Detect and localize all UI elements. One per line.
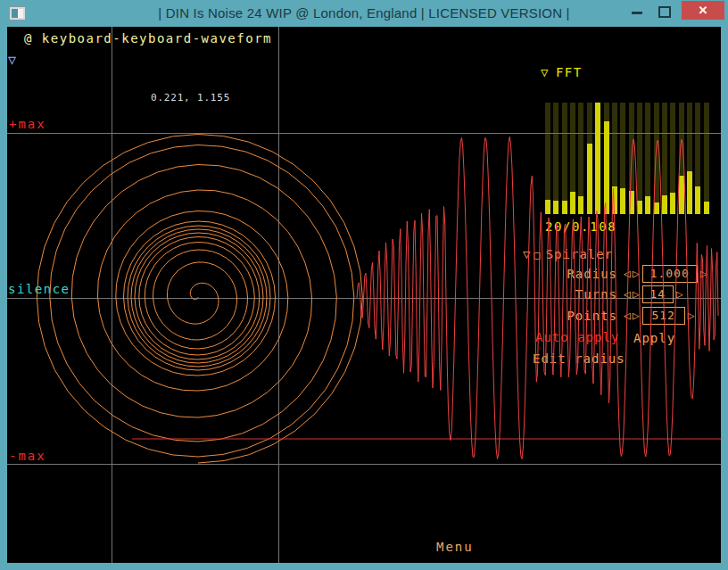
grid-line-vertical: [112, 27, 112, 563]
spiraler-panel-label: Spiraler: [546, 247, 613, 261]
fft-panel-label: FFT: [556, 65, 583, 79]
fft-bin-value: [662, 195, 667, 214]
increment-arrow-icon[interactable]: ▷: [700, 267, 707, 280]
collapse-triangle-icon: ▽: [541, 65, 550, 79]
maximize-button[interactable]: [651, 0, 676, 21]
fft-bin-value: [679, 176, 684, 214]
grid-line-vertical: [278, 27, 279, 563]
fft-bin-value: [645, 196, 650, 214]
fft-bin-value: [620, 188, 625, 214]
fft-bin-value: [637, 201, 642, 214]
apply-button[interactable]: Apply: [633, 331, 675, 345]
fft-bin-value: [595, 103, 600, 214]
main-canvas[interactable]: @ keyboard-keyboard-waveform ▽ 0.221, 1.…: [7, 27, 721, 563]
fft-display-bars: [545, 103, 709, 214]
increment-arrow-icon[interactable]: ▷: [633, 287, 640, 301]
fft-bin-value: [687, 171, 692, 214]
edit-radius-button[interactable]: Edit radius: [533, 351, 625, 366]
spiraler-points-row: Points ◁ ▷ 512 ▷: [517, 306, 695, 325]
fft-panel-toggle[interactable]: ▽FFT: [541, 65, 583, 79]
close-icon: ✕: [699, 4, 708, 17]
fft-bin-value: [704, 202, 709, 214]
fft-bin-value: [553, 201, 558, 214]
auto-apply-button[interactable]: Auto apply: [535, 330, 619, 344]
fft-bin-value: [562, 201, 567, 214]
fft-bin-value: [545, 200, 550, 214]
fft-bin-value: [604, 121, 609, 214]
decrement-arrow-icon[interactable]: ◁: [624, 309, 631, 322]
turns-label: Turns: [517, 287, 617, 302]
increment-arrow-icon[interactable]: ▷: [688, 309, 695, 322]
window-title: | DIN Is Noise 24 WIP @ London, England …: [0, 0, 728, 25]
decrement-arrow-icon[interactable]: ◁: [624, 267, 631, 280]
fft-bin-value: [629, 191, 634, 214]
pin-box-icon: □: [534, 249, 541, 261]
collapse-triangle-icon: ▽: [523, 247, 531, 261]
cursor-coordinates: 0.221, 1.155: [151, 92, 230, 103]
fft-bin-value: [670, 193, 675, 214]
silence-label: silence: [8, 282, 70, 296]
minimize-button[interactable]: [625, 0, 649, 21]
main-menu-triangle-icon[interactable]: ▽: [8, 52, 16, 68]
minus-max-label: -max: [9, 449, 46, 463]
fft-bin-value: [612, 186, 617, 214]
minimize-icon: [632, 12, 642, 14]
menu-button[interactable]: Menu: [436, 540, 474, 554]
spiraler-turns-row: Turns ◁ ▷ 14 ▷: [517, 285, 683, 303]
fft-readout: 20/0.108: [545, 219, 616, 234]
spiraler-panel-toggle[interactable]: ▽□Spiraler: [523, 247, 613, 261]
turns-value-field[interactable]: 14: [642, 285, 674, 303]
close-button[interactable]: ✕: [682, 1, 724, 20]
titlebar[interactable]: | DIN Is Noise 24 WIP @ London, England …: [0, 0, 728, 27]
radius-value-field[interactable]: 1.000: [642, 265, 698, 283]
fft-bin-value: [654, 202, 659, 214]
points-label: Points: [517, 309, 617, 323]
radius-label: Radius: [517, 267, 617, 281]
points-value-field[interactable]: 512: [642, 307, 685, 325]
patch-title-label: @ keyboard-keyboard-waveform: [24, 31, 272, 45]
spiraler-radius-row: Radius ◁ ▷ 1.000 ▷: [517, 264, 707, 283]
fft-bin-value: [695, 186, 700, 214]
fft-bin-value: [587, 144, 592, 214]
increment-arrow-icon[interactable]: ▷: [633, 267, 640, 280]
decrement-arrow-icon[interactable]: ◁: [624, 287, 631, 301]
plus-max-label: +max: [9, 117, 46, 131]
maximize-icon: [658, 6, 671, 18]
grid-line-minus-max: [7, 464, 721, 465]
fft-bin-value: [578, 196, 583, 214]
increment-arrow-icon[interactable]: ▷: [676, 287, 683, 301]
app-window: | DIN Is Noise 24 WIP @ London, England …: [0, 0, 728, 570]
increment-arrow-icon[interactable]: ▷: [633, 309, 640, 322]
fft-bin-value: [570, 192, 575, 214]
